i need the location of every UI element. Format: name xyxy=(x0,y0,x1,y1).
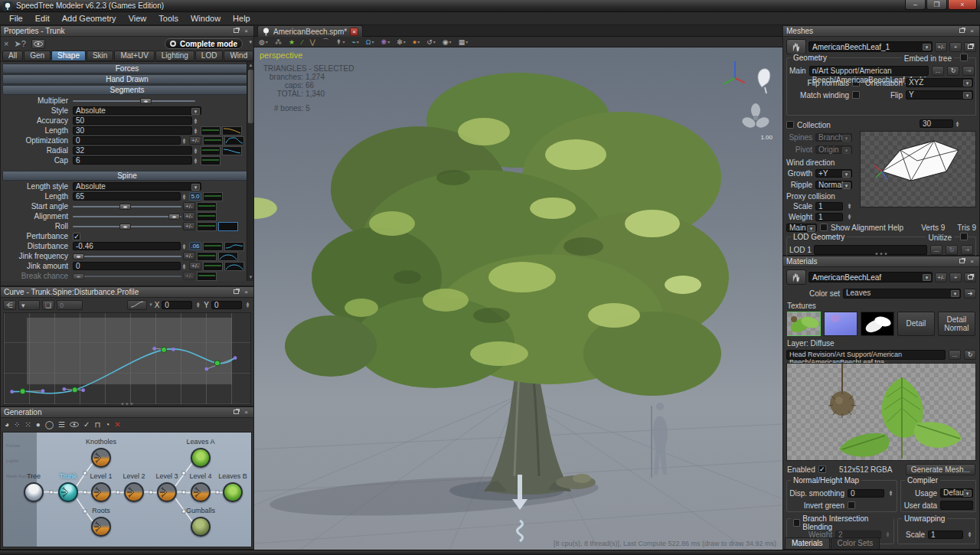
whats-this-cursor-icon[interactable]: ➤? xyxy=(14,39,25,49)
pin-hand-icon[interactable] xyxy=(786,39,806,54)
eye-icon[interactable] xyxy=(31,39,45,49)
unwrap-scale-field[interactable]: 1 xyxy=(928,531,963,539)
float-panel-icon[interactable] xyxy=(232,409,240,416)
profile-curve-thumb[interactable] xyxy=(197,222,217,231)
growth-dropdown[interactable]: +Y▾ xyxy=(815,169,852,178)
node-tree[interactable] xyxy=(24,482,44,502)
weight-field[interactable]: 1 xyxy=(815,213,843,221)
tab-close-icon[interactable]: × xyxy=(350,28,358,36)
normal-texture-thumb[interactable] xyxy=(824,312,858,336)
tab-matuv[interactable]: Mat+UV xyxy=(114,51,154,61)
document-tab[interactable]: AmericanBeech.spm* × xyxy=(257,25,363,37)
growth-icon[interactable]: ↟▾ xyxy=(336,38,345,46)
profile-curve-thumb[interactable] xyxy=(197,272,217,281)
profile-curve-thumb[interactable] xyxy=(203,262,223,271)
node-trunk[interactable] xyxy=(58,482,78,502)
curve-mode-icon[interactable]: ⋲ xyxy=(3,300,16,310)
main-path-field[interactable]: n/Art Support/American Beech/AmericanBee… xyxy=(809,66,929,76)
curve-shape-caret-icon[interactable]: ▾ xyxy=(149,302,152,308)
material-plus-minus-button[interactable]: +/- xyxy=(935,273,947,282)
generate-mesh-button[interactable]: Generate Mesh... xyxy=(906,464,975,475)
lock-icon[interactable]: ⊓ xyxy=(94,420,100,429)
grid-size-field[interactable]: 30 xyxy=(920,119,953,128)
umbrella-icon[interactable]: ⌒ xyxy=(322,37,329,47)
variance-badge[interactable]: 5.0 xyxy=(189,192,201,201)
menu-tools[interactable]: Tools xyxy=(152,12,185,24)
add-child-icon[interactable]: ⁘ xyxy=(14,420,20,429)
diffuse-path-field[interactable]: Head Revision/Art Support/American Beech… xyxy=(786,350,946,360)
profile-curve-thumb[interactable] xyxy=(203,136,223,145)
mesh-add-button[interactable]: + xyxy=(949,42,962,52)
node-leaves-b[interactable] xyxy=(223,482,243,502)
curve-canvas[interactable] xyxy=(3,312,251,405)
plus-minus-button[interactable]: +/- xyxy=(189,136,201,145)
lod1-field[interactable] xyxy=(814,245,927,255)
node-knotholes[interactable] xyxy=(91,448,111,468)
camera-mode-label[interactable]: perspective xyxy=(260,51,302,60)
plus-minus-button[interactable]: +/- xyxy=(183,252,195,260)
ripple-dropdown[interactable]: Normal▾ xyxy=(815,181,852,189)
delete-tool-icon[interactable]: × xyxy=(4,39,8,48)
export-icon[interactable]: ⇥ xyxy=(961,245,973,255)
options-icon[interactable]: ▦▾ xyxy=(459,38,469,46)
mesh-plus-minus-button[interactable]: +/- xyxy=(935,42,947,52)
segment-icon[interactable]: ⌁▾ xyxy=(351,38,358,46)
accuracy-field[interactable]: 50 xyxy=(73,116,192,125)
break-chance-slider[interactable]: ◂▸ xyxy=(73,272,181,280)
plus-minus-button[interactable]: +/- xyxy=(183,202,195,211)
leaves-icon[interactable]: ★ xyxy=(289,38,295,46)
variance-curve-thumb[interactable] xyxy=(222,146,242,155)
variance-curve-thumb[interactable] xyxy=(224,136,244,145)
invert-green-checkbox[interactable] xyxy=(848,501,855,509)
tab-skin[interactable]: Skin xyxy=(87,51,113,61)
material-selector-dropdown[interactable]: AmericanBeechLeaf▾ xyxy=(808,272,933,282)
profile-curve-thumb[interactable] xyxy=(203,242,223,251)
render-icon[interactable]: ◉▾ xyxy=(443,38,452,46)
reload-icon[interactable]: ↻ xyxy=(946,245,958,255)
user-data-field[interactable] xyxy=(940,501,973,510)
pin-hand-icon[interactable] xyxy=(786,269,806,285)
snap-icon[interactable]: ◔ xyxy=(105,420,109,429)
variance-curve-thumb[interactable] xyxy=(218,252,238,261)
enabled-checkbox[interactable]: ✓ xyxy=(818,465,826,473)
variance-curve-thumb[interactable] xyxy=(222,126,242,135)
curve-preset-dropdown[interactable]: ▾ xyxy=(18,300,40,310)
curve-shape-icon[interactable] xyxy=(127,300,147,310)
float-panel-icon[interactable] xyxy=(232,289,240,296)
usage-dropdown[interactable]: Default▾ xyxy=(940,488,973,498)
stamp-icon[interactable]: ❏ xyxy=(42,300,54,310)
add-generator-icon[interactable]: ◕ xyxy=(5,420,9,429)
perturbance-checkbox[interactable]: ✓ xyxy=(73,233,80,240)
diffuse-texture-thumb[interactable] xyxy=(787,312,821,336)
lasso-icon[interactable]: ◯ xyxy=(45,420,54,429)
tab-all[interactable]: All xyxy=(2,51,23,61)
tab-gen[interactable]: Gen xyxy=(24,51,51,61)
menu-file[interactable]: File xyxy=(3,12,29,24)
spines-dropdown[interactable]: Branches▾ xyxy=(815,133,852,142)
profile-curve-thumb[interactable] xyxy=(197,202,217,211)
node-edit-icon[interactable]: ◍▾ xyxy=(259,38,268,46)
tab-color-sets[interactable]: Color Sets xyxy=(831,537,880,549)
variance-curve-thumb[interactable] xyxy=(224,262,244,271)
jink-frequency-slider[interactable]: ◂▸ xyxy=(73,252,181,260)
viewport-3d[interactable]: perspective TRIANGLES - SELECTED branche… xyxy=(254,47,782,550)
complete-mode-button[interactable]: Complete mode xyxy=(165,38,243,49)
material-add-button[interactable]: + xyxy=(949,273,962,282)
browse-button[interactable]: ... xyxy=(930,245,942,255)
close-panel-icon[interactable]: × xyxy=(242,289,250,296)
tab-lighting[interactable]: Lighting xyxy=(155,51,194,61)
style-dropdown[interactable]: Absolute▾ xyxy=(73,106,201,115)
section-forces[interactable]: Forces xyxy=(2,64,252,73)
roll-slider[interactable]: ◂▸ xyxy=(73,222,181,230)
panel-splitter[interactable] xyxy=(122,403,133,405)
match-winding-checkbox[interactable] xyxy=(852,91,860,99)
color-set-dropdown[interactable]: Leaves▾ xyxy=(843,289,961,299)
close-panel-icon[interactable]: × xyxy=(242,409,250,416)
node-level-2[interactable] xyxy=(124,482,144,502)
properties-scrollbar[interactable]: ▲▼ xyxy=(247,62,253,281)
mesh-preview[interactable] xyxy=(860,131,976,207)
panel-splitter[interactable] xyxy=(876,253,887,255)
branch-icon[interactable]: ⋁ xyxy=(309,38,315,46)
plus-minus-button[interactable]: +/- xyxy=(183,272,195,280)
radial-field[interactable]: 32 xyxy=(73,146,192,155)
